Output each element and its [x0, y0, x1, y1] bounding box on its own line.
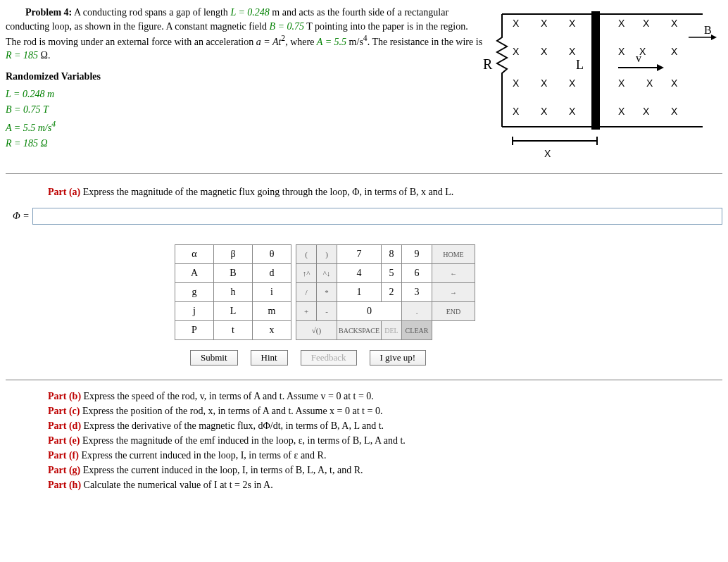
key-0[interactable]: 0	[337, 302, 402, 321]
svg-text:X: X	[544, 148, 551, 159]
key-P[interactable]: P	[175, 321, 214, 340]
svg-text:X: X	[671, 18, 678, 29]
svg-text:X: X	[643, 106, 650, 117]
key-del[interactable]: DEL	[382, 321, 402, 340]
key-[interactable]: +	[296, 302, 317, 321]
svg-text:X: X	[541, 18, 548, 29]
key-[interactable]: )	[317, 245, 337, 264]
part-a-text: Express the magnitude of the magnetic fl…	[80, 187, 453, 197]
symbol-keypad: αβθABdghijLmPtx	[175, 244, 291, 340]
svg-text:X: X	[513, 77, 520, 89]
key-d[interactable]: d	[253, 264, 291, 283]
key-5[interactable]: 5	[382, 264, 402, 283]
phi-equals: Φ =	[13, 211, 30, 222]
number-keypad: ()789HOME↑^^↓456←/*123→+-0.END√()BACKSPA…	[296, 244, 475, 340]
key-[interactable]: /	[296, 283, 317, 302]
key-3[interactable]: 3	[402, 283, 432, 302]
key-end[interactable]: END	[432, 302, 475, 321]
key-clear[interactable]: CLEAR	[402, 321, 432, 340]
key-t[interactable]: t	[214, 321, 253, 340]
key-home[interactable]: HOME	[432, 245, 475, 264]
svg-text:X: X	[646, 77, 653, 89]
svg-text:X: X	[671, 106, 678, 117]
key-[interactable]: ↑^	[296, 264, 317, 283]
svg-text:X: X	[671, 46, 678, 57]
diagram-v: v	[636, 52, 641, 64]
feedback-button[interactable]: Feedback	[301, 350, 357, 366]
diagram-L: L	[576, 58, 584, 72]
svg-text:X: X	[569, 18, 576, 29]
key-B[interactable]: B	[214, 264, 253, 283]
key-backspace[interactable]: BACKSPACE	[337, 321, 382, 340]
hint-button[interactable]: Hint	[251, 350, 288, 366]
key-9[interactable]: 9	[402, 245, 432, 264]
svg-text:X: X	[569, 77, 576, 89]
key-h[interactable]: h	[214, 283, 253, 302]
key-[interactable]: .	[402, 302, 432, 321]
svg-text:X: X	[513, 46, 520, 57]
key-[interactable]: *	[317, 283, 337, 302]
key-7[interactable]: 7	[337, 245, 382, 264]
svg-text:X: X	[513, 106, 520, 117]
key-L[interactable]: L	[214, 302, 253, 321]
key-β[interactable]: β	[214, 245, 253, 264]
diagram-R: R	[483, 56, 493, 72]
svg-text:X: X	[618, 46, 625, 57]
key-8[interactable]: 8	[382, 245, 402, 264]
key-1[interactable]: 1	[337, 283, 382, 302]
svg-text:X: X	[618, 77, 625, 89]
key-4[interactable]: 4	[337, 264, 382, 283]
key-[interactable]: √()	[296, 321, 337, 340]
key-[interactable]: -	[317, 302, 337, 321]
svg-text:X: X	[618, 18, 625, 29]
svg-text:X: X	[541, 106, 548, 117]
key-[interactable]: ←	[432, 264, 475, 283]
svg-text:X: X	[671, 77, 678, 89]
key-α[interactable]: α	[175, 245, 214, 264]
svg-text:X: X	[643, 18, 650, 29]
svg-marker-34	[711, 35, 717, 40]
variables-list: L = 0.248 m B = 0.75 T A = 5.5 m/s4 R = …	[6, 87, 484, 151]
key-6[interactable]: 6	[402, 264, 432, 283]
key-[interactable]: →	[432, 283, 475, 302]
randomized-title: Randomized Variables	[6, 71, 484, 82]
key-[interactable]: (	[296, 245, 317, 264]
submit-button[interactable]: Submit	[190, 350, 238, 366]
key-x[interactable]: x	[253, 321, 291, 340]
parts-list: Part (b) Express the speed of the rod, v…	[48, 389, 722, 492]
svg-text:X: X	[541, 46, 548, 57]
diagram-B: B	[704, 24, 712, 36]
key-m[interactable]: m	[253, 302, 291, 321]
svg-text:X: X	[541, 77, 548, 89]
key-g[interactable]: g	[175, 283, 214, 302]
svg-rect-27	[591, 11, 600, 130]
svg-text:X: X	[618, 106, 625, 117]
key-j[interactable]: j	[175, 302, 214, 321]
key-[interactable]: ^↓	[317, 264, 337, 283]
key-A[interactable]: A	[175, 264, 214, 283]
problem-label: Problem 4:	[25, 7, 72, 18]
svg-marker-29	[657, 64, 664, 71]
keypad: αβθABdghijLmPtx ()789HOME↑^^↓456←/*123→+…	[175, 244, 722, 340]
svg-text:X: X	[569, 46, 576, 57]
svg-text:X: X	[569, 106, 576, 117]
circuit-diagram: XXX XXX XXX XXX XXX XXX XXX XXX X R	[477, 6, 717, 161]
key-2[interactable]: 2	[382, 283, 402, 302]
key-θ[interactable]: θ	[253, 245, 291, 264]
key-i[interactable]: i	[253, 283, 291, 302]
problem-statement: Problem 4: A conducting rod spans a gap …	[6, 6, 484, 63]
answer-input[interactable]	[32, 208, 722, 225]
giveup-button[interactable]: I give up!	[370, 350, 427, 366]
part-a-label: Part (a)	[48, 187, 80, 197]
svg-text:X: X	[513, 18, 520, 29]
